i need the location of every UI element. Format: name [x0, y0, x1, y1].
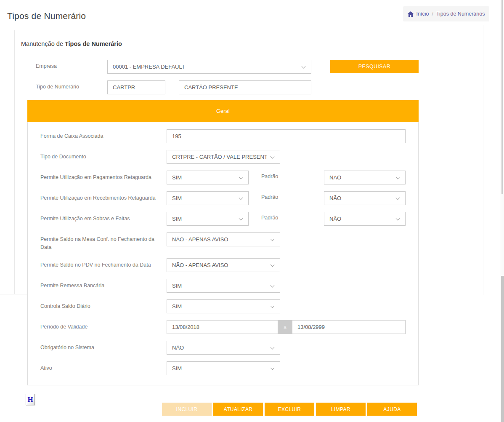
saldo-mesa-label: Permite Saldo na Mesa Conf. no Fechament…	[40, 232, 167, 251]
chevron-down-icon	[396, 195, 400, 200]
vertical-scrollbar[interactable]	[501, 0, 504, 422]
tipo-numerario-code-input[interactable]	[107, 80, 165, 94]
tab-geral[interactable]: Geral	[27, 100, 419, 122]
chevron-down-icon	[396, 216, 400, 220]
sobras-padrao-selected-value: NÃO	[329, 216, 341, 222]
home-icon	[408, 11, 414, 17]
controla-saldo-row: Controla Saldo Diário SIM	[40, 299, 406, 313]
obrigatorio-label: Obrigatório no Sistema	[40, 341, 167, 355]
saldo-mesa-row: Permite Saldo na Mesa Conf. no Fechament…	[40, 232, 406, 251]
chevron-down-icon	[271, 237, 275, 241]
periodo-from-input[interactable]	[167, 320, 278, 334]
periodo-to-input[interactable]	[292, 320, 406, 334]
tipo-numerario-row: Tipo de Numerário	[36, 80, 419, 94]
recebimentos-select[interactable]: SIM	[167, 191, 249, 205]
recebimentos-padrao-label: Padrão	[261, 191, 324, 205]
forma-caixa-input[interactable]	[167, 129, 406, 143]
section-heading-bold: Tipos de Numerário	[65, 40, 122, 47]
limpar-button[interactable]: LIMPAR	[316, 403, 366, 416]
scrollbar-thumb-inner[interactable]	[501, 0, 503, 194]
ajuda-button[interactable]: AJUDA	[367, 403, 417, 416]
pagamentos-selected-value: SIM	[172, 174, 182, 181]
remessa-row: Permite Remessa Bancária SIM	[40, 279, 406, 293]
chevron-down-icon	[239, 175, 243, 179]
remessa-select[interactable]: SIM	[167, 279, 280, 293]
chevron-down-icon	[271, 283, 275, 287]
tipo-numerario-label: Tipo de Numerário	[36, 80, 107, 94]
controla-saldo-selected-value: SIM	[172, 303, 182, 310]
page-title: Tipos de Numerário	[7, 11, 86, 21]
footer-buttons: INCLUIR ATUALIZAR EXCLUIR LIMPAR AJUDA	[162, 403, 417, 416]
controla-saldo-select[interactable]: SIM	[167, 299, 280, 313]
pagamentos-label: Permite Utilização em Pagamentos Retagua…	[40, 171, 167, 184]
header-form: Empresa 00001 - EMPRESA DEFAULT PESQUISA…	[36, 60, 419, 101]
chevron-down-icon	[271, 345, 275, 349]
chevron-down-icon	[396, 175, 400, 179]
empresa-row: Empresa 00001 - EMPRESA DEFAULT PESQUISA…	[36, 60, 419, 74]
empresa-selected-value: 00001 - EMPRESA DEFAULT	[113, 64, 185, 70]
pagamentos-row: Permite Utilização em Pagamentos Retagua…	[40, 171, 406, 184]
saldo-mesa-select[interactable]: NÃO - APENAS AVISO	[167, 232, 280, 246]
image-placeholder-icon[interactable]: H	[26, 394, 35, 405]
recebimentos-padrao-select[interactable]: NÃO	[324, 191, 406, 205]
recebimentos-padrao-selected-value: NÃO	[329, 195, 341, 201]
periodo-group: a	[167, 320, 406, 334]
tipo-numerario-desc-input[interactable]	[179, 80, 311, 94]
saldo-pdv-row: Permite Saldo no PDV no Fechamento da Da…	[40, 258, 406, 272]
ativo-selected-value: SIM	[172, 365, 182, 371]
card-left-border	[14, 30, 15, 294]
ativo-row: Ativo SIM	[40, 361, 406, 375]
breadcrumb: Início / Tipos de Numerários	[403, 6, 489, 21]
chevron-down-icon	[239, 195, 243, 200]
page: Tipos de Numerário Início / Tipos de Num…	[0, 0, 504, 422]
saldo-pdv-label: Permite Saldo no PDV no Fechamento da Da…	[40, 258, 167, 272]
section-heading-prefix: Manutenção de	[21, 40, 65, 47]
breadcrumb-separator: /	[432, 11, 433, 17]
sobras-padrao-select[interactable]: NÃO	[324, 212, 406, 226]
excluir-button[interactable]: EXCLUIR	[265, 403, 314, 416]
image-placeholder-letter: H	[27, 395, 33, 404]
chevron-down-icon	[239, 216, 243, 220]
section-heading: Manutenção de Tipos de Numerário	[21, 40, 122, 47]
saldo-pdv-selected-value: NÃO - APENAS AVISO	[172, 262, 228, 268]
pagamentos-select[interactable]: SIM	[167, 171, 249, 184]
sobras-select[interactable]: SIM	[167, 212, 249, 226]
sobras-padrao-label: Padrão	[261, 212, 324, 226]
ativo-label: Ativo	[40, 361, 167, 375]
tipo-documento-select[interactable]: CRTPRE - CARTÃO / VALE PRESENTE	[167, 150, 280, 164]
recebimentos-selected-value: SIM	[172, 195, 182, 201]
periodo-row: Período de Validade a	[40, 320, 406, 334]
card-bottom-left-border	[0, 294, 27, 294]
saldo-mesa-selected-value: NÃO - APENAS AVISO	[172, 236, 228, 243]
ativo-select[interactable]: SIM	[167, 361, 280, 375]
tipo-documento-row: Tipo de Documento CRTPRE - CARTÃO / VALE…	[40, 150, 406, 164]
sobras-label: Permite Utilização em Sobras e Faltas	[40, 212, 167, 226]
periodo-label: Período de Validade	[40, 320, 167, 334]
controla-saldo-label: Controla Saldo Diário	[40, 299, 167, 313]
pesquisar-button[interactable]: PESQUISAR	[330, 60, 419, 73]
tipo-documento-label: Tipo de Documento	[40, 150, 167, 164]
scrollbar-thumb[interactable]	[501, 276, 504, 422]
chevron-down-icon	[271, 366, 275, 370]
forma-caixa-row: Forma de Caixa Associada	[40, 129, 406, 143]
card-right-border	[483, 25, 483, 295]
pagamentos-padrao-label: Padrão	[261, 171, 324, 184]
recebimentos-label: Permite Utilização em Recebimentos Retag…	[40, 191, 167, 205]
remessa-selected-value: SIM	[172, 283, 182, 289]
geral-panel: Forma de Caixa Associada Tipo de Documen…	[27, 122, 419, 385]
pagamentos-padrao-select[interactable]: NÃO	[324, 171, 406, 184]
chevron-down-icon	[271, 262, 275, 267]
periodo-separator: a	[278, 320, 292, 334]
chevron-down-icon	[302, 64, 306, 68]
obrigatorio-select[interactable]: NÃO	[167, 341, 280, 355]
breadcrumb-home-link[interactable]: Início	[416, 11, 429, 17]
incluir-button[interactable]: INCLUIR	[162, 403, 212, 416]
pagamentos-padrao-selected-value: NÃO	[329, 174, 341, 181]
breadcrumb-current: Tipos de Numerários	[436, 11, 485, 17]
atualizar-button[interactable]: ATUALIZAR	[213, 403, 263, 416]
empresa-select[interactable]: 00001 - EMPRESA DEFAULT	[107, 60, 311, 74]
sobras-row: Permite Utilização em Sobras e Faltas SI…	[40, 212, 406, 226]
sobras-selected-value: SIM	[172, 216, 182, 222]
recebimentos-row: Permite Utilização em Recebimentos Retag…	[40, 191, 406, 205]
saldo-pdv-select[interactable]: NÃO - APENAS AVISO	[167, 258, 280, 272]
